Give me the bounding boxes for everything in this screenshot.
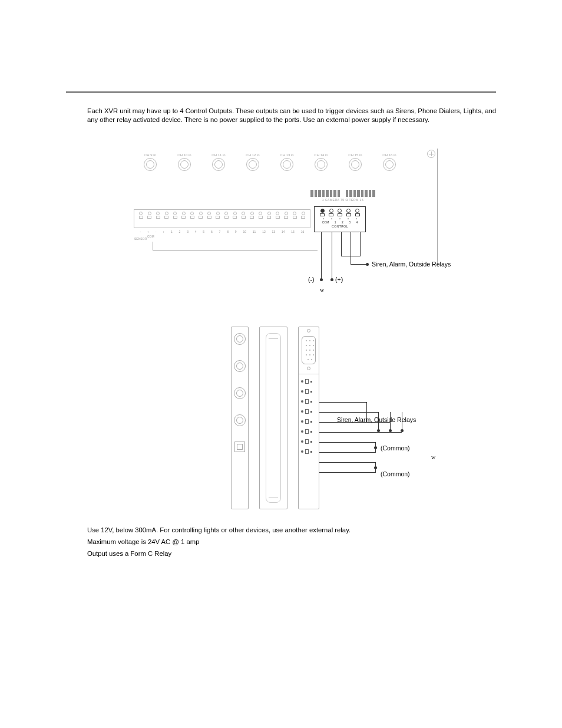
bnc-connector-row: CH 9 in CH 10 in CH 11 in CH 12 in CH 13… [140,153,428,171]
bnc-label: CH 15 in [345,153,366,157]
bnc-connector-icon [234,333,246,345]
w-symbol: w [320,286,324,293]
bnc-label: CH 12 in [242,153,263,157]
bnc-label: CH 11 in [208,153,229,157]
wire [319,472,375,473]
panel-edge [437,149,438,265]
wire [319,442,375,443]
wire [319,452,375,453]
wire [321,232,322,279]
bnc-label: CH 9 in [140,153,161,157]
polarity-plus-label: (+) [335,276,343,283]
bnc-connector-icon [315,158,328,171]
com-label: COM [147,235,154,238]
wire [351,232,351,256]
bnc-label: CH 16 in [379,153,400,157]
relay-label: Siren, Alarm, Outside Relays [337,416,416,423]
wire-terminal-dot [374,446,377,449]
note-line-2: Maximum voltage is 24V AC @ 1 amp [87,536,496,547]
wire [319,462,375,463]
bnc-connector-icon [280,158,293,171]
control-terminal-block: ••••• COM 1234 CONTROL [314,206,366,232]
bnc-label: CH 14 in [310,153,332,157]
io-card-1 [231,327,249,509]
io-card-2 [259,327,287,509]
bnc-connector-icon [212,158,225,171]
bnc-connector-icon [246,158,259,171]
bnc-connector-icon [234,360,246,372]
bnc-connector-icon [383,158,396,171]
w-symbol: w [431,454,435,460]
screw-icon [427,150,435,158]
notes-block: Use 12V, below 300mA. For controlling li… [66,525,496,559]
wire [153,242,153,250]
relay-terminal-block [299,374,319,457]
common-label: (Common) [381,444,410,452]
wire-terminal-dot [401,429,404,432]
serial-screw-icon [307,367,310,370]
wire [341,232,342,256]
wire [319,412,378,413]
relay-label: Siren, Alarm, Outside Relays [372,261,451,268]
wire-terminal-dot [377,429,380,432]
expansion-slot-icon [266,333,281,503]
sensor-label: SENSOR [134,237,147,241]
wire-terminal-dot [330,278,333,281]
wire [360,232,361,256]
control-com-label: COM [322,220,329,224]
sensor-terminal-block: -+-+ 1234 5678 9101112 13141516 COM SENS… [134,209,310,228]
wire-terminal-dot [366,263,369,266]
wire-terminal-dot [320,278,323,281]
bnc-label: CH 13 in [276,153,297,157]
button-icon [234,442,245,452]
wire [351,256,351,264]
note-line-1: Use 12V, below 300mA. For controlling li… [87,525,496,535]
dip-label: 1 CAMERA 75 Ω TERM 16 [310,198,375,202]
bnc-connector-icon [349,158,362,171]
wire [332,232,332,279]
control-label: CONTROL [315,225,365,228]
wire-terminal-dot [389,429,392,432]
top-divider [66,91,496,93]
wire [153,250,318,251]
wire [319,432,402,433]
bnc-connector-icon [178,158,191,171]
note-line-3: Output uses a Form C Relay [87,548,496,559]
bnc-label: CH 10 in [174,153,195,157]
wire [319,402,366,403]
polarity-minus-label: (-) [308,276,315,283]
figure-1: CH 9 in CH 10 in CH 11 in CH 12 in CH 13… [134,153,428,307]
bnc-connector-icon [234,414,246,426]
io-card-3 [298,327,319,509]
wire-terminal-dot [374,466,377,469]
figure-2: Siren, Alarm, Outside Relays (Common) (C… [231,327,455,509]
serial-screw-icon [307,329,310,332]
bnc-connector-icon [144,158,157,171]
intro-paragraph: Each XVR unit may have up to 4 Control O… [66,107,496,125]
wire [351,264,367,265]
common-label: (Common) [381,470,410,477]
bnc-connector-icon [234,387,246,399]
dip-switch-block: 1 CAMERA 75 Ω TERM 16 [310,190,375,202]
db9-connector-icon [302,336,316,364]
